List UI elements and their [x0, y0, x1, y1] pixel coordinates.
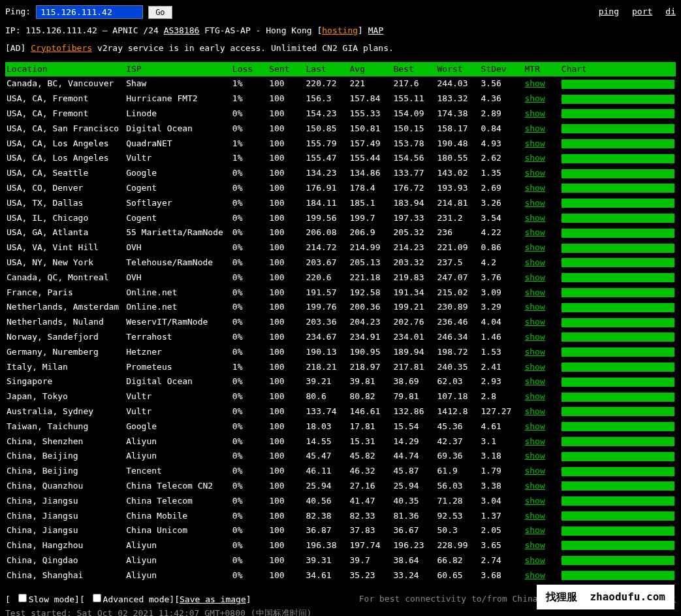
mtr-show-link[interactable]: show	[524, 213, 545, 223]
mtr-show-link[interactable]: show	[524, 525, 545, 535]
cell-best: 199.21	[392, 300, 436, 315]
mtr-show-link[interactable]: show	[524, 570, 545, 580]
cell-worst: 237.5	[436, 255, 480, 270]
table-row: China, HangzhouAliyun0%100196.38197.7419…	[5, 538, 676, 553]
table-row: USA, CA, FremontLinode0%100154.23155.331…	[5, 106, 676, 122]
map-link[interactable]: MAP	[368, 25, 383, 35]
cell-stdev: 3.38	[479, 479, 523, 494]
cell-worst: 180.55	[436, 151, 480, 166]
nav-ping[interactable]: ping	[599, 5, 619, 19]
cell-stdev: 4.2	[479, 255, 523, 270]
table-row: Norway, SandefjordTerrahost0%100234.6723…	[5, 330, 676, 345]
mtr-show-link[interactable]: show	[524, 496, 545, 506]
mtr-show-link[interactable]: show	[524, 511, 545, 521]
chart-bar	[562, 363, 674, 372]
cell-worst: 214.81	[436, 196, 480, 211]
chart-bar	[562, 527, 674, 536]
chart-bar	[562, 109, 674, 118]
mtr-show-link[interactable]: show	[524, 376, 545, 386]
cell-worst: 158.17	[436, 122, 480, 137]
mtr-show-link[interactable]: show	[524, 138, 545, 148]
cell-avg: 45.82	[349, 449, 392, 464]
cell-avg: 35.23	[349, 568, 392, 583]
mtr-show-link[interactable]: show	[524, 555, 545, 565]
mtr-show-link[interactable]: show	[524, 108, 545, 118]
cell-best: 79.81	[392, 389, 436, 404]
cell-sent: 100	[268, 151, 304, 166]
cell-last: 203.67	[305, 255, 349, 270]
cell-stdev: 2.62	[479, 151, 523, 166]
cell-loc: China, Jiangsu	[5, 509, 125, 524]
ping-input[interactable]	[36, 5, 143, 19]
mtr-show-link[interactable]: show	[524, 466, 545, 476]
nav-di[interactable]: di	[665, 5, 676, 19]
cell-last: 190.13	[305, 345, 349, 360]
go-button[interactable]: Go	[148, 6, 172, 19]
mtr-show-link[interactable]: show	[524, 198, 545, 208]
chart-bar	[562, 288, 674, 297]
mtr-show-link[interactable]: show	[524, 406, 545, 416]
mtr-show-link[interactable]: show	[524, 78, 545, 88]
cell-last: 133.74	[305, 404, 349, 419]
cell-sent: 100	[268, 300, 304, 315]
cell-last: 155.47	[305, 151, 349, 166]
cell-sent: 100	[268, 404, 304, 419]
cell-loc: USA, CA, Los Angeles	[5, 137, 125, 152]
mtr-show-link[interactable]: show	[524, 272, 545, 282]
cell-loss: 0%	[231, 374, 268, 389]
mtr-show-link[interactable]: show	[524, 123, 545, 133]
mtr-show-link[interactable]: show	[524, 183, 545, 193]
mtr-show-link[interactable]: show	[524, 153, 545, 163]
mtr-show-link[interactable]: show	[524, 481, 545, 491]
mtr-show-link[interactable]: show	[524, 436, 545, 446]
col-mtr: MTR	[523, 62, 560, 77]
cell-loss: 0%	[231, 538, 268, 553]
mtr-show-link[interactable]: show	[524, 287, 545, 297]
cell-stdev: 3.29	[479, 300, 523, 315]
chart-bar	[562, 571, 674, 580]
mtr-show-link[interactable]: show	[524, 391, 545, 401]
nav-port[interactable]: port	[632, 5, 652, 19]
cell-isp: 55 Marietta/RamNode	[125, 225, 231, 240]
ping-label: Ping:	[5, 5, 31, 19]
table-row: China, JiangsuChina Telecom0%10040.5641.…	[5, 494, 676, 509]
cell-loc: USA, CO, Denver	[5, 181, 125, 196]
cell-avg: 178.4	[349, 181, 392, 196]
hosting-link[interactable]: hosting	[322, 25, 358, 35]
cell-last: 184.11	[305, 196, 349, 211]
mtr-show-link[interactable]: show	[524, 347, 545, 357]
cell-worst: 42.37	[436, 434, 480, 449]
cell-avg: 199.7	[349, 211, 392, 226]
cell-isp: Cogent	[125, 181, 231, 196]
cell-best: 153.78	[392, 137, 436, 152]
cell-loc: USA, IL, Chicago	[5, 211, 125, 226]
mtr-show-link[interactable]: show	[524, 242, 545, 252]
slow-mode-checkbox[interactable]	[18, 594, 27, 602]
mtr-show-link[interactable]: show	[524, 332, 545, 342]
save-as-image-link[interactable]: Save as image	[180, 594, 246, 604]
mtr-show-link[interactable]: show	[524, 93, 545, 103]
mtr-show-link[interactable]: show	[524, 168, 545, 178]
cell-sent: 100	[268, 122, 304, 137]
cell-isp: Vultr	[125, 389, 231, 404]
mtr-show-link[interactable]: show	[524, 257, 545, 267]
advanced-mode-checkbox[interactable]	[93, 594, 101, 602]
cell-loss: 0%	[231, 345, 268, 360]
ad-name-link[interactable]: Cryptofibers	[31, 43, 92, 53]
mtr-show-link[interactable]: show	[524, 421, 545, 431]
mtr-show-link[interactable]: show	[524, 302, 545, 312]
mtr-show-link[interactable]: show	[524, 362, 545, 372]
mtr-show-link[interactable]: show	[524, 540, 545, 550]
cell-avg: 82.33	[349, 509, 392, 524]
cell-stdev: 4.04	[479, 315, 523, 330]
mtr-show-link[interactable]: show	[524, 227, 545, 237]
table-row: USA, TX, DallasSoftlayer0%100184.11185.1…	[5, 196, 676, 211]
cell-isp: China Mobile	[125, 509, 231, 524]
mtr-show-link[interactable]: show	[524, 317, 545, 327]
cell-avg: 157.49	[349, 137, 392, 152]
cell-stdev: 3.54	[479, 211, 523, 226]
asn-link[interactable]: AS38186	[164, 25, 200, 35]
mtr-show-link[interactable]: show	[524, 451, 545, 461]
cell-best: 183.94	[392, 196, 436, 211]
cell-loss: 0%	[231, 330, 268, 345]
